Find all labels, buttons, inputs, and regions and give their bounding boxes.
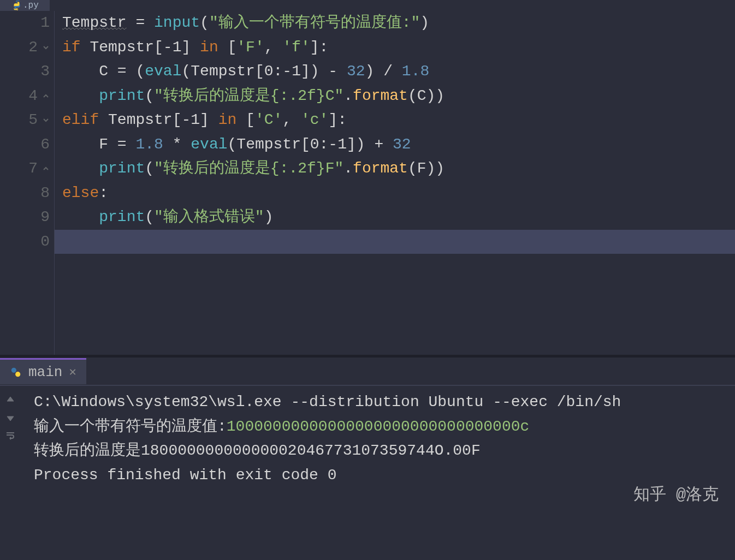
python-icon (11, 0, 23, 11)
line-number: 2 (0, 35, 50, 60)
python-icon (10, 366, 22, 378)
arrow-down-icon[interactable] (5, 412, 16, 423)
line-number: 3 (0, 59, 50, 84)
editor-tab-bar: .py (0, 0, 735, 11)
editor-tab-label: .py (23, 1, 39, 10)
code-line: print("输入格式错误") (55, 205, 735, 230)
terminal-line: 转换后的温度是18000000000000002046773107359744O… (34, 439, 722, 463)
terminal-content[interactable]: C:\Windows\system32\wsl.exe --distributi… (21, 386, 735, 492)
code-line: else: (55, 181, 735, 206)
code-line: print("转换后的温度是{:.2f}F".format(F)) (55, 157, 735, 181)
watermark: 知乎 @洛克 (633, 483, 719, 505)
arrow-up-icon[interactable] (5, 395, 16, 406)
fold-collapse-icon[interactable] (42, 116, 50, 124)
terminal-panel: main ✕ C:\Windows\system32\wsl.exe --dis… (0, 358, 735, 492)
fold-end-icon[interactable] (42, 165, 50, 172)
code-area[interactable]: Tempstr = input("输入一个带有符号的温度值:") if Temp… (55, 11, 735, 355)
code-line: if Tempstr[-1] in ['F', 'f']: (55, 35, 735, 60)
terminal-tab-bar: main ✕ (0, 358, 735, 386)
svg-point-1 (15, 372, 20, 377)
editor-tab[interactable]: .py (0, 0, 50, 11)
terminal-line: Process finished with exit code 0 (34, 463, 722, 488)
terminal-tab[interactable]: main ✕ (0, 358, 86, 384)
terminal-body: C:\Windows\system32\wsl.exe --distributi… (0, 386, 735, 492)
terminal-gutter (0, 386, 21, 492)
caret-line (55, 230, 735, 254)
line-number: 0 (0, 230, 50, 254)
line-number: 5 (0, 108, 50, 133)
line-number: 4 (0, 84, 50, 109)
code-line: C = (eval(Tempstr[0:-1]) - 32) / 1.8 (55, 59, 735, 84)
line-number: 6 (0, 133, 50, 157)
close-icon[interactable]: ✕ (69, 365, 76, 379)
line-number: 8 (0, 181, 50, 206)
fold-end-icon[interactable] (42, 92, 50, 100)
code-line: F = 1.8 * eval(Tempstr[0:-1]) + 32 (55, 133, 735, 157)
gutter: 1 2 3 4 5 6 7 8 9 0 (0, 11, 55, 355)
code-line: Tempstr = input("输入一个带有符号的温度值:") (55, 11, 735, 35)
code-line: elif Tempstr[-1] in ['C', 'c']: (55, 108, 735, 133)
line-number: 1 (0, 11, 50, 35)
terminal-line: C:\Windows\system32\wsl.exe --distributi… (34, 390, 722, 415)
editor-area: 1 2 3 4 5 6 7 8 9 0 Tempstr = input("输入一… (0, 11, 735, 355)
line-number: 9 (0, 205, 50, 230)
fold-collapse-icon[interactable] (42, 44, 50, 51)
soft-wrap-icon[interactable] (5, 430, 16, 440)
line-number: 7 (0, 157, 50, 181)
svg-point-0 (11, 367, 16, 372)
code-line: print("转换后的温度是{:.2f}C".format(C)) (55, 84, 735, 109)
terminal-tab-label: main (28, 364, 62, 380)
terminal-line: 输入一个带有符号的温度值:100000000000000000000000000… (34, 415, 722, 439)
